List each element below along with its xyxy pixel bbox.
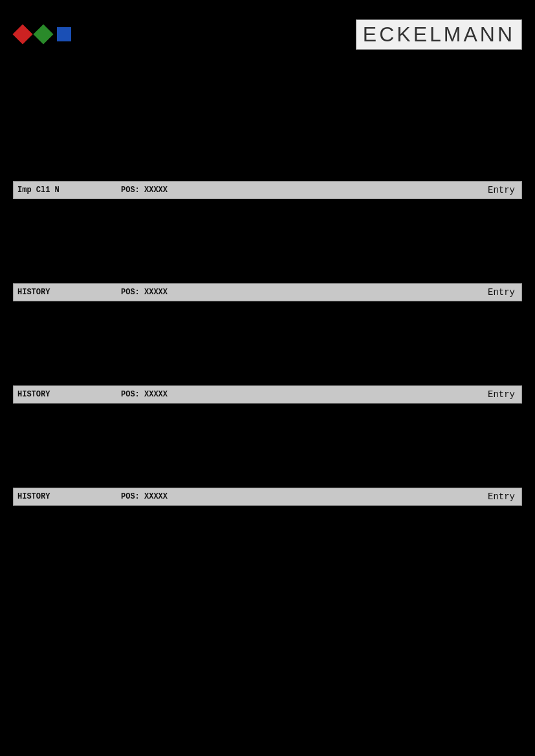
bar1-left-label: Imp Cl1 N xyxy=(17,186,82,195)
bar2-pos-label: POS: XXXXX xyxy=(121,288,168,297)
bar3-entry-label: Entry xyxy=(488,389,515,400)
black-section-5 xyxy=(13,506,522,756)
logo-left xyxy=(13,25,74,44)
row-bar-3[interactable]: HISTORY POS: XXXXX Entry xyxy=(13,385,522,404)
black-section-4 xyxy=(13,404,522,488)
logo-squares xyxy=(13,25,74,44)
row-bar-1[interactable]: Imp Cl1 N POS: XXXXX Entry xyxy=(13,181,522,199)
bar4-pos-label: POS: XXXXX xyxy=(121,492,168,501)
bar3-pos-label: POS: XXXXX xyxy=(121,390,168,399)
bar4-entry-label: Entry xyxy=(488,491,515,502)
black-section-3 xyxy=(13,301,522,385)
black-section-2 xyxy=(13,199,522,283)
bar4-left-label: HISTORY xyxy=(17,492,82,501)
bar2-entry-label: Entry xyxy=(488,287,515,297)
bar1-pos-label: POS: XXXXX xyxy=(121,186,168,195)
header: ECKELMANN xyxy=(0,0,535,65)
bar2-left-label: HISTORY xyxy=(17,288,82,297)
row-bar-4[interactable]: HISTORY POS: XXXXX Entry xyxy=(13,488,522,506)
bar1-entry-label: Entry xyxy=(488,185,515,195)
row-bar-2[interactable]: HISTORY POS: XXXXX Entry xyxy=(13,283,522,301)
green-square-icon xyxy=(33,24,53,44)
eckelmann-logo: ECKELMANN xyxy=(356,19,522,50)
red-square-icon xyxy=(12,24,32,44)
black-section-1 xyxy=(13,65,522,181)
blue-square-icon xyxy=(57,27,71,41)
bar3-left-label: HISTORY xyxy=(17,390,82,399)
